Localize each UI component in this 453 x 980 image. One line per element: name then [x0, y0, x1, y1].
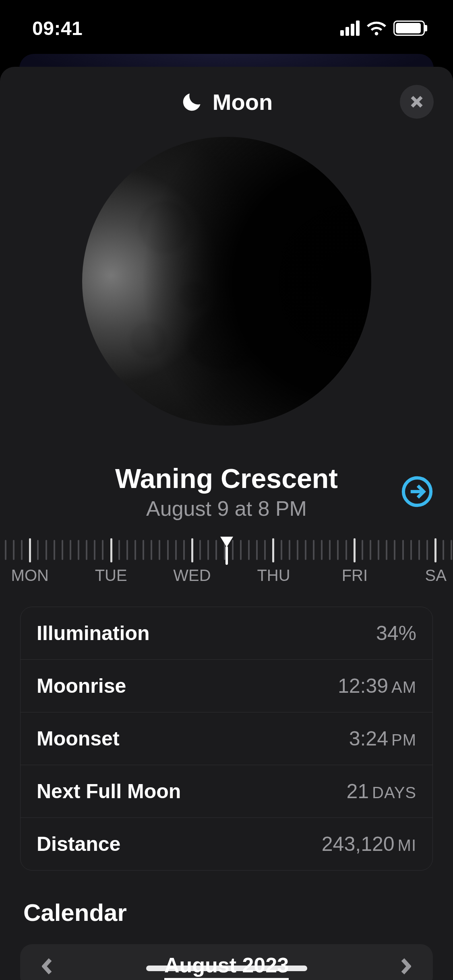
stat-row: Illumination34%: [21, 607, 432, 659]
stat-label: Illumination: [37, 622, 150, 645]
status-indicators: [340, 21, 425, 36]
dial-day-label: FRI: [342, 566, 368, 585]
cellular-icon: [340, 21, 360, 36]
phase-name: Waning Crescent: [0, 463, 453, 494]
dial-day-label: SA: [425, 566, 447, 585]
next-month-button[interactable]: [397, 958, 414, 974]
stat-label: Distance: [37, 832, 120, 856]
stat-row: Moonrise12:39AM: [21, 659, 432, 712]
sheet-header: Moon: [0, 84, 453, 120]
battery-icon: [393, 21, 425, 36]
dial-day-label: TUE: [95, 566, 127, 585]
moon-sheet: Moon Waning Crescent August 9 at 8 PM MO…: [0, 67, 453, 980]
stat-row: Moonset3:24PM: [21, 712, 432, 765]
phase-date: August 9 at 8 PM: [0, 496, 453, 521]
stats-list: Illumination34%Moonrise12:39AMMoonset3:2…: [20, 607, 433, 871]
wifi-icon: [367, 21, 386, 35]
dial-pointer-icon: [220, 537, 233, 547]
previous-month-button[interactable]: [39, 958, 56, 974]
dial-day-label: MON: [11, 566, 49, 585]
stat-label: Moonset: [37, 727, 120, 750]
phase-block: Waning Crescent August 9 at 8 PM: [0, 463, 453, 521]
stat-value: 12:39AM: [338, 674, 416, 698]
stat-value: 3:24PM: [349, 727, 416, 750]
stat-label: Next Full Moon: [37, 780, 181, 803]
dial-day-label: WED: [173, 566, 211, 585]
status-bar: 09:41: [0, 0, 453, 56]
calendar-heading: Calendar: [23, 899, 453, 926]
moon-icon: [180, 90, 204, 113]
status-time: 09:41: [32, 17, 83, 39]
close-button[interactable]: [400, 85, 434, 119]
sheet-title: Moon: [213, 89, 273, 115]
dial-day-label: THU: [257, 566, 290, 585]
home-indicator[interactable]: [146, 966, 307, 971]
stat-value: 34%: [376, 622, 416, 645]
stat-value: 21DAYS: [346, 780, 416, 803]
day-dial[interactable]: MONTUEWEDTHUFRISA: [0, 538, 453, 587]
moon-phase-image: [82, 137, 371, 426]
moon-visual: [0, 137, 453, 426]
stat-label: Moonrise: [37, 674, 126, 698]
next-day-button[interactable]: [401, 476, 433, 507]
month-navigator: August 2023: [20, 944, 433, 980]
screen: 09:41 Moon Wa: [0, 0, 453, 980]
stat-value: 243,120MI: [322, 832, 416, 856]
stat-row: Distance243,120MI: [21, 817, 432, 870]
stat-row: Next Full Moon21DAYS: [21, 765, 432, 817]
